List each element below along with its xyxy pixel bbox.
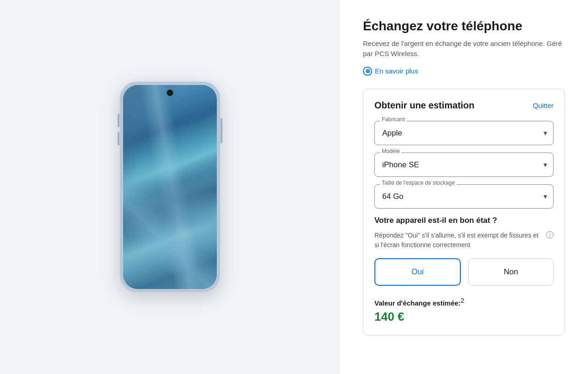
trade-value-sup: 2 bbox=[461, 297, 464, 304]
condition-no-button[interactable]: Non bbox=[468, 258, 554, 286]
trade-value-amount: 140 € bbox=[374, 310, 554, 324]
phone-volume-up-button bbox=[118, 113, 119, 127]
info-icon[interactable]: i bbox=[546, 231, 554, 238]
condition-section: Votre appareil est-il en bon état ? Répo… bbox=[374, 216, 554, 286]
storage-select[interactable]: 64 Go bbox=[374, 184, 554, 209]
trade-value-label: Valeur d'échange estimée:2 bbox=[374, 297, 554, 307]
phone-power-button bbox=[220, 118, 222, 143]
modele-label: Modèle bbox=[380, 148, 401, 154]
phone-volume-down-button bbox=[118, 132, 119, 146]
left-panel bbox=[0, 0, 340, 374]
storage-group: Taille de l'espace de stockage 64 Go ▾ bbox=[374, 184, 554, 209]
modele-select[interactable]: iPhone SE bbox=[374, 153, 554, 177]
learn-more-link[interactable]: ⊕ En savoir plus bbox=[363, 67, 565, 76]
page-subtitle: Recevez de l'argent en échange de votre … bbox=[363, 39, 565, 59]
right-panel: Échangez votre téléphone Recevez de l'ar… bbox=[340, 0, 588, 374]
phone-device bbox=[119, 81, 220, 293]
fabricant-label: Fabricant bbox=[380, 116, 407, 123]
learn-more-label: En savoir plus bbox=[375, 67, 418, 75]
phone-screen-background bbox=[123, 85, 217, 289]
learn-more-icon: ⊕ bbox=[363, 67, 372, 76]
estimation-header: Obtenir une estimation Quitter bbox=[374, 100, 554, 111]
condition-desc-text: Répondez "Oui" s'il s'allume, s'il est e… bbox=[374, 231, 544, 250]
storage-label: Taille de l'espace de stockage bbox=[380, 180, 457, 186]
page-title: Échangez votre téléphone bbox=[363, 18, 565, 34]
condition-yes-button[interactable]: Oui bbox=[374, 258, 461, 286]
condition-description: Répondez "Oui" s'il s'allume, s'il est e… bbox=[374, 231, 554, 250]
fabricant-group: Fabricant Apple ▾ bbox=[374, 121, 554, 145]
fabricant-select[interactable]: Apple bbox=[374, 121, 554, 145]
trade-value-section: Valeur d'échange estimée:2 140 € bbox=[374, 297, 554, 324]
quit-button[interactable]: Quitter bbox=[533, 102, 554, 109]
modele-group: Modèle iPhone SE ▾ bbox=[374, 153, 554, 177]
condition-title: Votre appareil est-il en bon état ? bbox=[374, 216, 554, 225]
estimation-card: Obtenir une estimation Quitter Fabricant… bbox=[363, 89, 565, 335]
phone-screen bbox=[123, 85, 217, 289]
page-container: Échangez votre téléphone Recevez de l'ar… bbox=[0, 0, 588, 374]
estimation-title: Obtenir une estimation bbox=[374, 100, 475, 111]
condition-buttons: Oui Non bbox=[374, 258, 554, 286]
phone-image-wrapper bbox=[119, 45, 220, 329]
phone-camera bbox=[167, 90, 173, 96]
phone-screen-crystals bbox=[123, 85, 217, 289]
